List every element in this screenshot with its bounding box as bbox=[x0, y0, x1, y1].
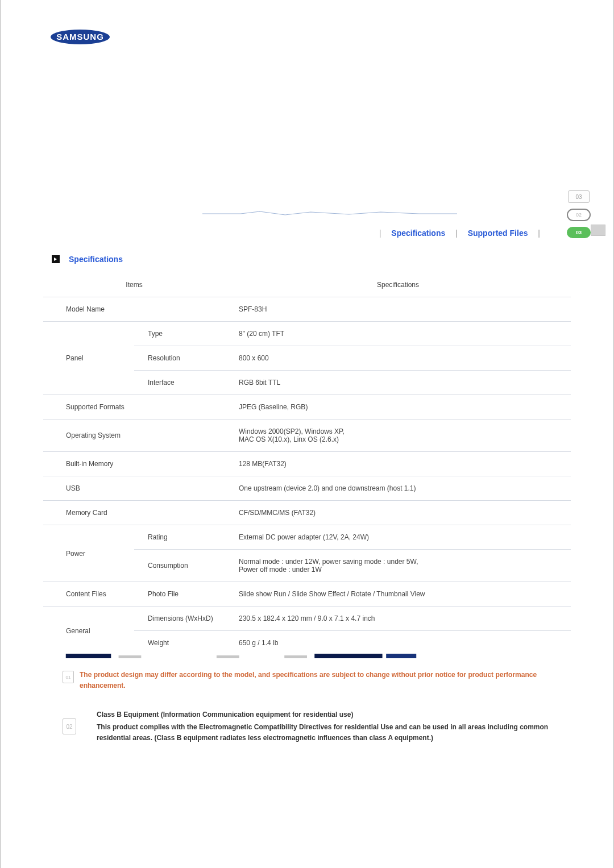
cell-value: 8" (20 cm) TFT bbox=[225, 322, 571, 346]
content-area: SAMSUNG | Specifications | Supported Fil… bbox=[1, 28, 613, 751]
cell-value: External DC power adapter (12V, 2A, 24W) bbox=[225, 525, 571, 550]
power-cons-line2: Power off mode : under 1W bbox=[239, 566, 322, 574]
cell-value: Windows 2000(SP2), Windows XP, MAC OS X(… bbox=[225, 420, 571, 452]
svg-rect-3 bbox=[217, 655, 239, 658]
cell-sublabel: Resolution bbox=[134, 346, 225, 371]
table-row: Built-in Memory 128 MB(FAT32) bbox=[43, 452, 571, 476]
tab-supported-files[interactable]: Supported Files bbox=[468, 229, 528, 238]
section-bullet-icon bbox=[52, 255, 60, 263]
cell-value: Normal mode : under 12W, power saving mo… bbox=[225, 550, 571, 582]
page: 03 02 03 SAMSUNG | Specifications | bbox=[0, 0, 614, 868]
cell-value: 128 MB(FAT32) bbox=[225, 452, 571, 476]
cell-sublabel: Interface bbox=[134, 371, 225, 395]
cell-label: Content Files bbox=[43, 582, 134, 607]
os-line1: Windows 2000(SP2), Windows XP, bbox=[239, 427, 345, 435]
tab-separator: | bbox=[530, 229, 548, 238]
table-row: Supported Formats JPEG (Baseline, RGB) bbox=[43, 395, 571, 420]
th-specs: Specifications bbox=[225, 273, 571, 297]
tab-specifications[interactable]: Specifications bbox=[391, 229, 445, 238]
cell-label: Model Name bbox=[43, 297, 225, 322]
logo-row: SAMSUNG bbox=[43, 28, 571, 49]
table-row: Power Rating External DC power adapter (… bbox=[43, 525, 571, 550]
tab-separator: | bbox=[447, 229, 466, 238]
design-note: 01 The product design may differ accordi… bbox=[43, 659, 571, 701]
cell-sublabel: Weight bbox=[134, 631, 225, 655]
classb-title: Class B Equipment (Information Communica… bbox=[97, 709, 551, 720]
svg-rect-6 bbox=[386, 654, 416, 658]
note-number-icon: 01 bbox=[63, 671, 74, 683]
cell-value: 800 x 600 bbox=[225, 346, 571, 371]
table-row: Model Name SPF-83H bbox=[43, 297, 571, 322]
class-b-block: 02 Class B Equipment (Information Commun… bbox=[43, 701, 571, 751]
cell-value: Slide show Run / Slide Show Effect / Rot… bbox=[225, 582, 571, 607]
hero-spacer bbox=[43, 49, 571, 208]
decor-line-bottom bbox=[43, 654, 571, 659]
table-row: Operating System Windows 2000(SP2), Wind… bbox=[43, 420, 571, 452]
note-text: The product design may differ according … bbox=[80, 670, 551, 691]
svg-rect-1 bbox=[66, 654, 111, 658]
cell-sublabel: Consumption bbox=[134, 550, 225, 582]
cell-value: 650 g / 1.4 lb bbox=[225, 631, 571, 655]
cell-label: General bbox=[43, 607, 134, 655]
cell-sublabel: Type bbox=[134, 322, 225, 346]
cell-label: Operating System bbox=[43, 420, 225, 452]
brand-logo: SAMSUNG bbox=[49, 28, 111, 49]
cell-value: One upstream (device 2.0) and one downst… bbox=[225, 476, 571, 501]
cell-label: Power bbox=[43, 525, 134, 582]
classb-body: Class B Equipment (Information Communica… bbox=[97, 709, 551, 744]
cell-label: Panel bbox=[43, 322, 134, 395]
power-cons-line1: Normal mode : under 12W, power saving mo… bbox=[239, 558, 418, 566]
cell-label: USB bbox=[43, 476, 225, 501]
table-row: Panel Type 8" (20 cm) TFT bbox=[43, 322, 571, 346]
cell-value: JPEG (Baseline, RGB) bbox=[225, 395, 571, 420]
table-row: Memory Card CF/SD/MMC/MS (FAT32) bbox=[43, 501, 571, 525]
section-title: Specifications bbox=[69, 255, 123, 264]
tab-separator: | bbox=[371, 229, 389, 238]
cell-value: 230.5 x 182.4 x 120 mm / 9.0 x 7.1 x 4.7… bbox=[225, 607, 571, 631]
svg-rect-4 bbox=[284, 655, 307, 658]
cell-sublabel: Rating bbox=[134, 525, 225, 550]
cell-sublabel: Dimensions (WxHxD) bbox=[134, 607, 225, 631]
classb-text: This product complies with the Electroma… bbox=[97, 722, 551, 744]
table-row: Content Files Photo File Slide show Run … bbox=[43, 582, 571, 607]
cell-value: RGB 6bit TTL bbox=[225, 371, 571, 395]
tabs-row: | Specifications | Supported Files | bbox=[43, 211, 571, 255]
cell-label: Supported Formats bbox=[43, 395, 225, 420]
th-items: Items bbox=[43, 273, 225, 297]
specifications-table: Items Specifications Model Name SPF-83H … bbox=[43, 273, 571, 655]
table-row: USB One upstream (device 2.0) and one do… bbox=[43, 476, 571, 501]
brand-logo-text: SAMSUNG bbox=[56, 32, 104, 41]
os-line2: MAC OS X(10.x), Linx OS (2.6.x) bbox=[239, 435, 339, 443]
svg-rect-2 bbox=[119, 655, 142, 658]
section-header: Specifications bbox=[43, 255, 571, 264]
classb-number-icon: 02 bbox=[63, 719, 76, 734]
cell-value: SPF-83H bbox=[225, 297, 571, 322]
cell-label: Built-in Memory bbox=[43, 452, 225, 476]
table-row: General Dimensions (WxHxD) 230.5 x 182.4… bbox=[43, 607, 571, 631]
cell-value: CF/SD/MMC/MS (FAT32) bbox=[225, 501, 571, 525]
table-header-row: Items Specifications bbox=[43, 273, 571, 297]
svg-rect-5 bbox=[314, 654, 382, 658]
cell-sublabel: Photo File bbox=[134, 582, 225, 607]
cell-label: Memory Card bbox=[43, 501, 225, 525]
decor-line-top bbox=[202, 208, 457, 211]
